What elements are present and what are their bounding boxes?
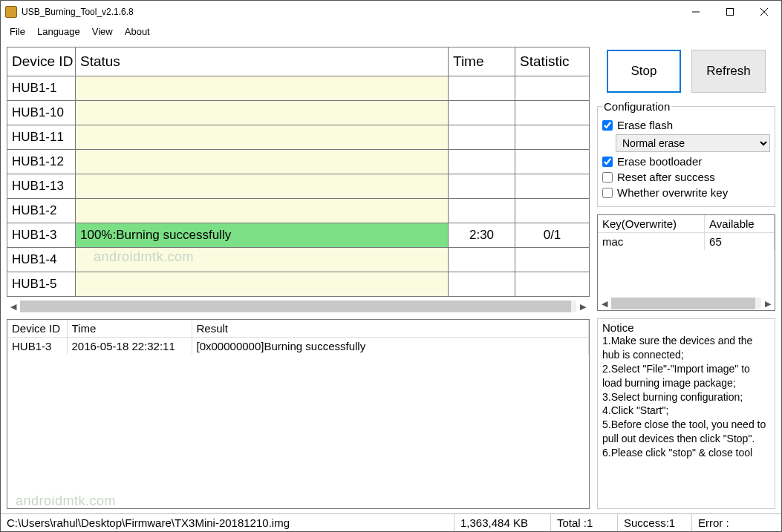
device-table-header[interactable]: Statistic [515,47,590,76]
result-cell: 2016-05-18 22:32:11 [67,338,192,355]
device-row[interactable]: HUB1-13 [7,174,590,199]
titlebar: USB_Burning_Tool_v2.1.6.8 [1,1,781,23]
statistic-cell [515,174,590,199]
reset-after-checkbox[interactable] [602,172,613,183]
result-row[interactable]: HUB1-32016-05-18 22:32:11[0x00000000]Bur… [7,338,589,355]
menu-language[interactable]: Language [31,24,86,39]
menubar: File Language View About [1,23,781,39]
status-cell [76,150,449,174]
time-cell [449,272,515,297]
device-id-cell: HUB1-3 [7,223,76,248]
notice-title: Notice [601,319,772,334]
time-cell [449,101,515,125]
refresh-button[interactable]: Refresh [691,50,766,93]
device-id-cell: HUB1-2 [7,199,76,223]
scroll-right-icon[interactable]: ▶ [576,300,590,313]
key-cell: mac [598,233,705,251]
device-table-header[interactable]: Status [76,47,449,76]
device-id-cell: HUB1-13 [7,174,76,199]
notice-line: 3.Select burning configuration; [602,390,770,404]
device-table-hscroll[interactable]: ◀ ▶ [7,300,590,313]
device-row[interactable]: HUB1-3100%:Burning successfully2:300/1 [7,223,590,248]
result-table: Device IDTimeResultHUB1-32016-05-18 22:3… [7,319,590,509]
statistic-cell [515,150,590,174]
menu-file[interactable]: File [4,24,31,39]
notice-line: 1.Make sure the devices and the hub is c… [602,334,770,362]
time-cell: 2:30 [449,223,515,248]
menu-about[interactable]: About [119,24,156,39]
statistic-cell [515,76,590,101]
result-cell: [0x00000000]Burning successfully [192,338,589,355]
device-row[interactable]: HUB1-5 [7,272,590,297]
device-row[interactable]: HUB1-1 [7,76,590,101]
configuration-group: Configuration Erase flash Normal erase E… [597,100,775,207]
status-path: C:\Users\rahul\Desktop\Firmware\TX3Mini-… [1,514,454,531]
statistic-cell [515,101,590,125]
erase-bootloader-checkbox[interactable] [602,157,613,167]
svg-rect-1 [727,9,734,16]
status-cell [76,101,449,125]
result-cell: HUB1-3 [7,338,67,355]
status-cell [76,248,449,272]
device-table: Device IDStatusTimeStatisticHUB1-1HUB1-1… [7,47,590,297]
menu-view[interactable]: View [86,24,119,39]
result-header[interactable]: Time [67,320,192,338]
status-total: Total :1 [551,514,618,531]
key-header[interactable]: Available [705,215,775,233]
key-table-hscroll[interactable]: ◀ ▶ [598,297,775,310]
scroll-left-icon[interactable]: ◀ [598,297,611,310]
time-cell [449,150,515,174]
device-id-cell: HUB1-1 [7,76,76,101]
status-success: Success:1 [618,514,692,531]
device-row[interactable]: HUB1-10 [7,101,590,125]
close-button[interactable] [747,1,781,23]
status-cell [76,125,449,150]
result-header[interactable]: Result [192,320,589,338]
time-cell [449,199,515,223]
reset-after-label: Reset after success [617,171,715,183]
status-cell [76,199,449,223]
minimize-button[interactable] [679,1,713,23]
time-cell [449,174,515,199]
device-id-cell: HUB1-5 [7,272,76,297]
erase-mode-select[interactable]: Normal erase [616,134,770,152]
statistic-cell [515,199,590,223]
result-header[interactable]: Device ID [7,320,67,338]
statistic-cell [515,272,590,297]
notice-line: 2.Select "File"-"Import image" to load b… [602,362,770,390]
erase-bootloader-label: Erase bootloader [617,155,702,168]
time-cell [449,125,515,150]
time-cell [449,248,515,272]
scroll-right-icon[interactable]: ▶ [761,297,775,310]
notice-line: 5.Before close the tool, you need to pul… [602,418,770,446]
device-id-cell: HUB1-11 [7,125,76,150]
device-table-header[interactable]: Device ID [7,47,76,76]
key-header[interactable]: Key(Overwrite) [598,215,705,233]
device-row[interactable]: HUB1-2 [7,199,590,223]
key-table: Key(Overwrite)Availablemac65 ◀ ▶ [597,214,775,311]
status-error: Error : [692,514,781,531]
device-id-cell: HUB1-4 [7,248,76,272]
erase-flash-checkbox[interactable] [602,120,613,131]
notice-panel: Notice 1.Make sure the devices and the h… [597,318,775,509]
overwrite-key-checkbox[interactable] [602,188,613,198]
device-row[interactable]: HUB1-4 [7,248,590,272]
key-row[interactable]: mac65 [598,233,775,251]
statistic-cell [515,125,590,150]
status-cell: 100%:Burning successfully [76,223,449,248]
device-row[interactable]: HUB1-12 [7,150,590,174]
maximize-button[interactable] [713,1,747,23]
stop-button[interactable]: Stop [607,50,681,93]
time-cell [449,76,515,101]
statistic-cell [515,248,590,272]
scroll-left-icon[interactable]: ◀ [7,300,20,313]
statusbar: C:\Users\rahul\Desktop\Firmware\TX3Mini-… [1,513,781,531]
status-cell [76,174,449,199]
erase-flash-label: Erase flash [617,119,673,131]
status-cell [76,76,449,101]
window-title: USB_Burning_Tool_v2.1.6.8 [22,7,134,17]
statistic-cell: 0/1 [515,223,590,248]
device-row[interactable]: HUB1-11 [7,125,590,150]
device-table-header[interactable]: Time [449,47,515,76]
key-cell: 65 [705,233,775,251]
